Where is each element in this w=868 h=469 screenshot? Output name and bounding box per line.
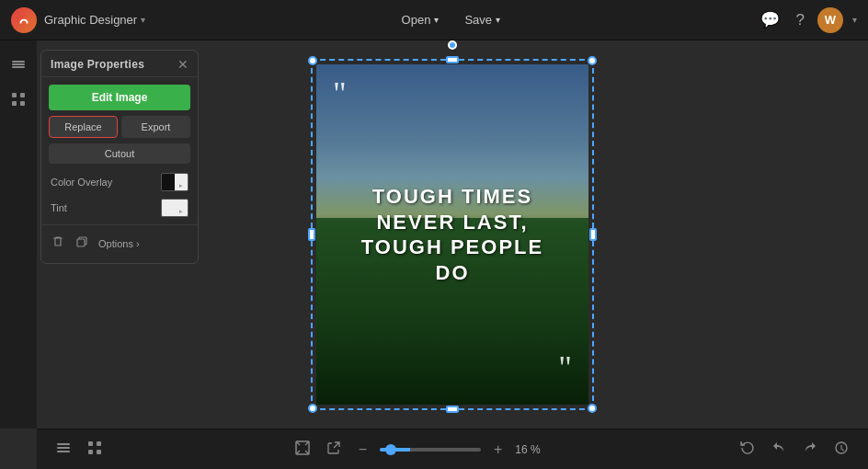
- nav-center: Open ▾ Save ▾: [145, 9, 756, 30]
- color-overlay-row: Color Overlay ▸: [49, 173, 190, 191]
- handle-bottom-right[interactable]: [588, 404, 597, 413]
- design-card: " TOUGH TIMESNEVER LAST,TOUGH PEOPLEDO ": [316, 64, 588, 405]
- panel-title: Image Properties: [51, 58, 144, 71]
- quote-close: ": [558, 351, 572, 384]
- left-sidebar: [0, 40, 37, 429]
- save-label: Save: [464, 13, 492, 27]
- external-link-button[interactable]: [322, 436, 346, 463]
- delete-icon-button[interactable]: [49, 233, 67, 254]
- duplicate-icon-button[interactable]: [73, 233, 91, 254]
- toolbar-right: [736, 436, 853, 463]
- top-nav: Graphic Designer ▾ Open ▾ Save ▾ 💬 ? W ▾: [0, 0, 868, 40]
- svg-rect-9: [77, 239, 85, 246]
- handle-mid-left[interactable]: [308, 228, 315, 241]
- quote-open: ": [333, 77, 347, 110]
- swatch-expand-icon: ▸: [179, 182, 187, 189]
- toolbar-center: − + 16 %: [291, 436, 553, 463]
- svg-rect-16: [97, 450, 101, 454]
- svg-rect-14: [97, 441, 101, 446]
- nav-right: 💬 ? W ▾: [757, 6, 857, 33]
- panel-close-button[interactable]: ✕: [177, 58, 188, 71]
- svg-rect-5: [20, 93, 25, 97]
- replace-button[interactable]: Replace: [49, 116, 118, 138]
- options-button[interactable]: Options ›: [98, 238, 140, 249]
- undo-button[interactable]: [767, 436, 791, 463]
- grid-toggle-button[interactable]: [83, 436, 107, 463]
- handle-mid-right[interactable]: [589, 228, 597, 241]
- design-card-wrapper[interactable]: " TOUGH TIMESNEVER LAST,TOUGH PEOPLEDO ": [316, 64, 588, 405]
- zoom-label: 16 %: [515, 443, 552, 456]
- zoom-in-icon: +: [494, 441, 502, 457]
- svg-rect-15: [88, 450, 93, 454]
- open-chevron: ▾: [434, 15, 439, 25]
- tint-label: Tint: [51, 202, 67, 213]
- panel-header: Image Properties ✕: [41, 51, 198, 77]
- user-menu-chevron[interactable]: ▾: [852, 15, 857, 25]
- help-button[interactable]: ?: [793, 7, 808, 33]
- options-chevron: ›: [136, 238, 140, 249]
- app-logo[interactable]: [11, 7, 37, 33]
- open-menu-button[interactable]: Open ▾: [393, 9, 449, 30]
- redo-button[interactable]: [798, 436, 822, 463]
- zoom-in-button[interactable]: +: [488, 440, 508, 460]
- handle-top-mid[interactable]: [446, 56, 459, 63]
- brand-label: Graphic Designer: [44, 13, 137, 27]
- comment-button[interactable]: 💬: [757, 6, 783, 33]
- options-label: Options: [98, 238, 133, 249]
- svg-rect-12: [57, 451, 70, 452]
- replace-export-row: Replace Export: [49, 116, 190, 138]
- refresh-button[interactable]: [736, 436, 760, 463]
- tint-swatch-expand-icon: ▸: [179, 208, 187, 215]
- toolbar-left: [51, 436, 107, 463]
- edit-image-button[interactable]: Edit Image: [49, 85, 190, 110]
- zoom-out-button[interactable]: −: [353, 440, 372, 460]
- svg-rect-3: [12, 66, 25, 68]
- card-text: TOUGH TIMESNEVER LAST,TOUGH PEOPLEDO: [351, 184, 554, 285]
- image-properties-panel: Image Properties ✕ Edit Image Replace Ex…: [40, 50, 199, 264]
- handle-bottom-mid[interactable]: [446, 406, 459, 413]
- brand-menu[interactable]: Graphic Designer ▾: [44, 13, 145, 27]
- svg-rect-11: [57, 447, 70, 449]
- save-menu-button[interactable]: Save ▾: [455, 9, 509, 30]
- save-chevron: ▾: [496, 15, 500, 25]
- bottom-toolbar: − + 16 %: [37, 429, 868, 469]
- rotate-handle[interactable]: [448, 40, 457, 50]
- svg-rect-1: [12, 61, 25, 63]
- layers-icon-button[interactable]: [4, 50, 33, 79]
- fit-screen-button[interactable]: [291, 436, 314, 463]
- tint-swatch[interactable]: ▸: [161, 199, 188, 217]
- tint-row: Tint ▸: [49, 199, 190, 217]
- handle-bottom-left[interactable]: [308, 404, 317, 413]
- color-overlay-swatch[interactable]: ▸: [161, 173, 188, 191]
- open-label: Open: [402, 13, 431, 27]
- svg-rect-4: [12, 93, 17, 97]
- handle-top-right[interactable]: [588, 56, 597, 65]
- zoom-out-icon: −: [359, 441, 367, 457]
- zoom-slider[interactable]: [380, 448, 481, 452]
- user-avatar[interactable]: W: [817, 7, 843, 33]
- svg-rect-7: [20, 101, 25, 106]
- svg-rect-6: [12, 101, 17, 106]
- color-overlay-label: Color Overlay: [51, 177, 112, 188]
- cutout-button[interactable]: Cutout: [49, 143, 190, 164]
- svg-rect-10: [57, 443, 70, 445]
- grid-icon-button[interactable]: [4, 85, 33, 114]
- layers-toggle-button[interactable]: [51, 436, 75, 463]
- svg-rect-13: [88, 441, 93, 446]
- svg-rect-2: [12, 63, 25, 65]
- panel-body: Edit Image Replace Export Cutout Color O…: [41, 77, 198, 217]
- panel-footer: Options ›: [41, 224, 198, 254]
- history-button[interactable]: [829, 436, 853, 463]
- export-button[interactable]: Export: [121, 116, 190, 138]
